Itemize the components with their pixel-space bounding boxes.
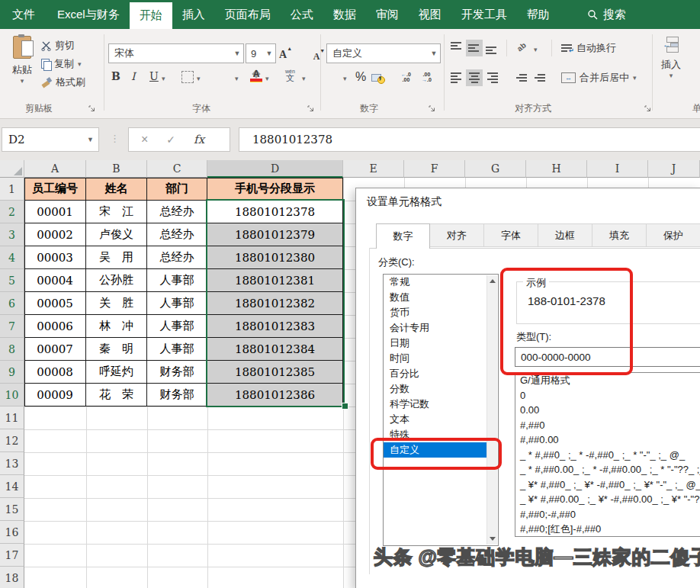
number-format-dropdown-arrow[interactable]: ▼ [428,50,440,57]
row-header-3[interactable]: 3 [0,223,24,246]
row-header-5[interactable]: 5 [0,269,24,292]
paste-button[interactable]: 粘贴 ▾ [5,36,39,85]
table-cell[interactable]: 18801012383 [207,315,343,338]
increase-decimal-button[interactable]: ←.0.00 [401,72,411,82]
format-code-item[interactable]: #,##0 [515,418,700,433]
paste-dropdown-arrow[interactable]: ▾ [21,77,24,85]
row-header-18[interactable]: 18 [0,567,24,588]
row-header-4[interactable]: 4 [0,246,24,269]
category-list[interactable]: 常规数值货币会计专用日期时间百分比分数科学记数文本特殊自定义 [383,274,499,546]
row-header-17[interactable]: 17 [0,544,24,567]
row-header-2[interactable]: 2 [0,201,24,223]
row-header-11[interactable]: 11 [0,406,24,429]
number-dialog-launcher[interactable] [429,105,436,113]
category-item[interactable]: 科学记数 [384,397,490,412]
font-color-dropdown-arrow[interactable]: ▾ [265,75,269,82]
category-item[interactable]: 日期 [384,336,490,351]
phonetic-dropdown-arrow[interactable]: ▾ [302,75,306,82]
table-cell[interactable]: 关 胜 [86,292,147,315]
column-header-G[interactable]: G [465,160,526,178]
font-color-button[interactable]: A [250,70,262,82]
category-scrollbar[interactable] [486,275,497,545]
table-cell[interactable]: 公孙胜 [86,269,147,292]
dialog-tab-3[interactable]: 字体 [484,223,538,247]
format-code-item[interactable]: #,##0.00 [515,432,700,448]
format-code-item[interactable]: G/通用格式 [515,373,700,388]
table-cell[interactable]: 总经办 [147,246,207,269]
accounting-dropdown-arrow[interactable]: ▾ [343,75,347,82]
orientation-dropdown-arrow[interactable]: ▾ [534,46,538,53]
name-box-dropdown-arrow[interactable]: ▼ [87,136,94,143]
font-dialog-launcher[interactable] [307,105,315,113]
clipboard-dialog-launcher[interactable] [88,105,96,113]
font-size-combo[interactable]: 9 ▼ [246,43,276,63]
borders-button[interactable] [181,71,194,83]
row-header-12[interactable]: 12 [0,429,24,452]
row-header-6[interactable]: 6 [0,292,24,315]
formula-input[interactable]: 18801012378 [239,127,700,152]
row-header-9[interactable]: 9 [0,361,24,384]
table-cell[interactable]: 林 冲 [86,315,147,338]
format-code-item[interactable]: #,##0;-#,##0 [515,507,700,522]
alignment-dialog-launcher[interactable] [644,105,652,113]
ribbon-tab-3[interactable]: 插入 [172,0,215,29]
column-header-H[interactable]: H [526,160,587,178]
column-header-A[interactable]: A [24,160,86,178]
insert-function-icon[interactable]: fx [194,133,204,146]
dialog-tab-1[interactable]: 数字 [376,223,430,249]
format-code-item[interactable]: _ ¥* #,##0_ ;_ ¥* -#,##0_ ;_ ¥* "-"_ ;_ … [515,477,700,493]
table-cell[interactable]: 00003 [24,246,86,269]
insert-dropdown-arrow[interactable]: ▾ [669,72,673,79]
column-header-C[interactable]: C [147,160,207,178]
table-cell[interactable]: 00005 [24,292,86,315]
decrease-indent-button[interactable] [512,69,529,86]
borders-dropdown-arrow[interactable]: ▾ [197,75,201,82]
table-cell[interactable]: 18801012382 [207,292,343,315]
middle-align-button[interactable] [466,40,483,56]
table-cell[interactable]: 财务部 [147,384,207,406]
increase-indent-button[interactable] [531,69,547,86]
format-code-item[interactable]: _ * #,##0.00_ ;_ * -#,##0.00_ ;_ * "-"??… [515,462,700,477]
bold-button[interactable]: B [111,70,120,82]
selection-fill-handle[interactable] [342,403,348,410]
phonetic-guide-button[interactable]: wén文 [285,69,295,82]
format-code-item[interactable]: #,##0;[红色]-#,##0 [515,522,700,537]
ribbon-tab-9[interactable]: 开发工具 [451,0,517,29]
table-cell[interactable]: 00009 [24,384,86,406]
table-cell[interactable]: 呼延灼 [86,361,147,384]
font-size-dropdown-arrow[interactable]: ▼ [263,50,275,57]
table-cell[interactable]: 18801012385 [207,361,343,384]
category-item[interactable]: 货币 [384,305,490,320]
scroll-down-arrow[interactable] [490,537,496,541]
comma-style-button[interactable]: , [378,67,382,82]
table-cell[interactable]: 00008 [24,361,86,384]
column-header-F[interactable]: F [404,160,465,178]
dialog-tab-5[interactable]: 填充 [592,223,647,247]
search-box[interactable]: 搜索 [587,0,626,29]
merge-center-dropdown-arrow[interactable]: ▾ [633,74,637,82]
decrease-decimal-button[interactable]: .00→.0 [422,72,432,82]
table-cell[interactable]: 财务部 [147,361,207,384]
row-header-13[interactable]: 13 [0,452,24,475]
scroll-up-arrow[interactable] [490,279,496,283]
column-header-D[interactable]: D [207,160,343,178]
font-name-dropdown-arrow[interactable]: ▼ [231,50,243,57]
orientation-button[interactable]: ab [515,41,528,53]
category-item[interactable]: 自定义 [384,442,490,458]
formula-bar-divider-dots[interactable]: ⋮ [110,133,120,144]
merge-center-button[interactable]: ↔ 合并后居中 ▾ [561,69,637,86]
table-cell[interactable]: 18801012384 [207,338,343,361]
category-item[interactable]: 时间 [384,351,490,366]
category-item[interactable]: 数值 [384,290,490,305]
wrap-text-button[interactable]: ↵ 自动换行 [561,40,616,56]
type-input[interactable]: 000-0000-0000 [515,347,700,367]
ribbon-tab-10[interactable]: 帮助 [517,0,560,29]
number-format-combo[interactable]: 自定义 ▼ [326,43,441,63]
row-header-10[interactable]: 10 [0,384,24,406]
row-header-1[interactable]: 1 [0,178,24,201]
underline-dropdown-arrow[interactable]: ▾ [162,75,165,82]
table-cell[interactable]: 人事部 [147,292,207,315]
align-center-button[interactable] [466,69,483,86]
cancel-icon[interactable]: × [141,133,148,146]
table-cell[interactable]: 00001 [24,201,86,223]
